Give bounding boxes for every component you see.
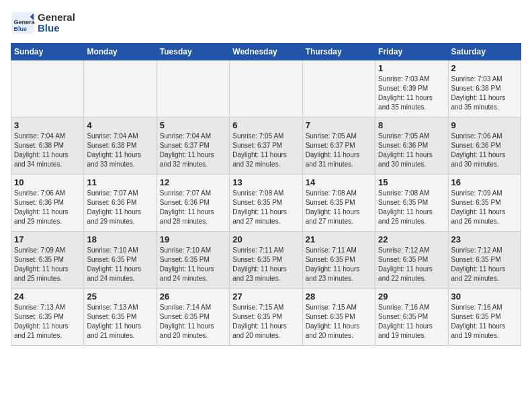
day-info: Sunrise: 7:08 AM Sunset: 6:35 PM Dayligh… <box>232 189 299 226</box>
day-number: 9 <box>451 120 518 130</box>
day-number: 15 <box>378 177 445 187</box>
day-info: Sunrise: 7:07 AM Sunset: 6:36 PM Dayligh… <box>87 189 153 226</box>
day-info: Sunrise: 7:05 AM Sunset: 6:36 PM Dayligh… <box>378 132 445 169</box>
day-info: Sunrise: 7:04 AM Sunset: 6:38 PM Dayligh… <box>87 132 153 169</box>
day-number: 26 <box>160 291 226 302</box>
calendar-cell: 2Sunrise: 7:03 AM Sunset: 6:38 PM Daylig… <box>448 60 521 118</box>
calendar-cell: 7Sunrise: 7:05 AM Sunset: 6:37 PM Daylig… <box>302 118 375 175</box>
day-number: 17 <box>14 234 81 244</box>
calendar-cell: 19Sunrise: 7:10 AM Sunset: 6:35 PM Dayli… <box>157 232 229 289</box>
calendar-cell: 16Sunrise: 7:09 AM Sunset: 6:35 PM Dayli… <box>448 175 521 232</box>
day-info: Sunrise: 7:09 AM Sunset: 6:35 PM Dayligh… <box>451 189 518 226</box>
day-info: Sunrise: 7:10 AM Sunset: 6:35 PM Dayligh… <box>160 246 226 283</box>
day-info: Sunrise: 7:03 AM Sunset: 6:38 PM Dayligh… <box>451 75 518 112</box>
day-info: Sunrise: 7:15 AM Sunset: 6:35 PM Dayligh… <box>232 303 299 340</box>
calendar-cell <box>11 60 84 118</box>
logo-general-text: General <box>38 12 75 24</box>
day-number: 3 <box>14 120 81 130</box>
calendar-cell <box>157 60 229 118</box>
calendar-cell: 20Sunrise: 7:11 AM Sunset: 6:35 PM Dayli… <box>230 232 302 289</box>
calendar-cell: 6Sunrise: 7:05 AM Sunset: 6:37 PM Daylig… <box>230 118 302 175</box>
weekday-header-wednesday: Wednesday <box>230 44 302 60</box>
calendar-cell: 18Sunrise: 7:10 AM Sunset: 6:35 PM Dayli… <box>84 232 157 289</box>
calendar-cell: 30Sunrise: 7:16 AM Sunset: 6:35 PM Dayli… <box>448 289 521 346</box>
calendar-cell: 12Sunrise: 7:07 AM Sunset: 6:36 PM Dayli… <box>157 175 229 232</box>
day-number: 10 <box>14 177 81 187</box>
day-number: 7 <box>306 120 372 130</box>
day-number: 6 <box>232 120 299 130</box>
day-info: Sunrise: 7:05 AM Sunset: 6:37 PM Dayligh… <box>232 132 299 169</box>
calendar-cell: 11Sunrise: 7:07 AM Sunset: 6:36 PM Dayli… <box>84 175 157 232</box>
calendar-cell: 22Sunrise: 7:12 AM Sunset: 6:35 PM Dayli… <box>375 232 448 289</box>
calendar-cell: 17Sunrise: 7:09 AM Sunset: 6:35 PM Dayli… <box>11 232 84 289</box>
calendar-cell: 10Sunrise: 7:06 AM Sunset: 6:36 PM Dayli… <box>11 175 84 232</box>
svg-text:Blue: Blue <box>14 26 28 32</box>
day-number: 19 <box>160 234 226 244</box>
calendar-cell: 5Sunrise: 7:04 AM Sunset: 6:37 PM Daylig… <box>157 118 229 175</box>
page-header: General Blue General Blue <box>11 11 521 35</box>
day-info: Sunrise: 7:03 AM Sunset: 6:39 PM Dayligh… <box>378 75 445 112</box>
weekday-header-sunday: Sunday <box>11 44 84 60</box>
calendar-cell: 29Sunrise: 7:16 AM Sunset: 6:35 PM Dayli… <box>375 289 448 346</box>
weekday-header-friday: Friday <box>375 44 448 60</box>
day-info: Sunrise: 7:12 AM Sunset: 6:35 PM Dayligh… <box>378 246 445 283</box>
day-number: 5 <box>160 120 226 130</box>
day-info: Sunrise: 7:16 AM Sunset: 6:35 PM Dayligh… <box>378 303 445 340</box>
day-number: 14 <box>306 177 372 187</box>
day-number: 12 <box>160 177 226 187</box>
calendar-cell: 4Sunrise: 7:04 AM Sunset: 6:38 PM Daylig… <box>84 118 157 175</box>
weekday-header-thursday: Thursday <box>302 44 375 60</box>
calendar-cell: 27Sunrise: 7:15 AM Sunset: 6:35 PM Dayli… <box>230 289 302 346</box>
day-info: Sunrise: 7:07 AM Sunset: 6:36 PM Dayligh… <box>160 189 226 226</box>
calendar-cell: 9Sunrise: 7:06 AM Sunset: 6:36 PM Daylig… <box>448 118 521 175</box>
day-info: Sunrise: 7:12 AM Sunset: 6:35 PM Dayligh… <box>451 246 518 283</box>
day-number: 21 <box>306 234 372 244</box>
weekday-header-tuesday: Tuesday <box>157 44 229 60</box>
day-info: Sunrise: 7:16 AM Sunset: 6:35 PM Dayligh… <box>451 303 518 340</box>
svg-text:General: General <box>14 19 36 26</box>
day-number: 8 <box>378 120 445 130</box>
calendar-cell: 3Sunrise: 7:04 AM Sunset: 6:38 PM Daylig… <box>11 118 84 175</box>
calendar-cell: 24Sunrise: 7:13 AM Sunset: 6:35 PM Dayli… <box>11 289 84 346</box>
day-number: 28 <box>306 291 372 302</box>
day-info: Sunrise: 7:06 AM Sunset: 6:36 PM Dayligh… <box>451 132 518 169</box>
day-info: Sunrise: 7:10 AM Sunset: 6:35 PM Dayligh… <box>87 246 153 283</box>
day-info: Sunrise: 7:05 AM Sunset: 6:37 PM Dayligh… <box>306 132 372 169</box>
calendar-cell <box>84 60 157 118</box>
day-number: 11 <box>87 177 153 187</box>
day-info: Sunrise: 7:04 AM Sunset: 6:37 PM Dayligh… <box>160 132 226 169</box>
day-info: Sunrise: 7:08 AM Sunset: 6:35 PM Dayligh… <box>378 189 445 226</box>
calendar-cell: 1Sunrise: 7:03 AM Sunset: 6:39 PM Daylig… <box>375 60 448 118</box>
day-number: 25 <box>87 291 153 302</box>
logo: General Blue General Blue <box>11 11 75 35</box>
day-info: Sunrise: 7:14 AM Sunset: 6:35 PM Dayligh… <box>160 303 226 340</box>
calendar-cell: 8Sunrise: 7:05 AM Sunset: 6:36 PM Daylig… <box>375 118 448 175</box>
day-number: 2 <box>451 63 518 73</box>
day-number: 24 <box>14 291 81 302</box>
calendar-cell: 26Sunrise: 7:14 AM Sunset: 6:35 PM Dayli… <box>157 289 229 346</box>
day-number: 16 <box>451 177 518 187</box>
calendar-cell <box>302 60 375 118</box>
day-info: Sunrise: 7:08 AM Sunset: 6:35 PM Dayligh… <box>306 189 372 226</box>
day-number: 18 <box>87 234 153 244</box>
day-number: 30 <box>451 291 518 302</box>
calendar-cell: 28Sunrise: 7:15 AM Sunset: 6:35 PM Dayli… <box>302 289 375 346</box>
day-info: Sunrise: 7:04 AM Sunset: 6:38 PM Dayligh… <box>14 132 81 169</box>
logo-icon: General Blue <box>11 11 35 35</box>
day-number: 20 <box>232 234 299 244</box>
day-info: Sunrise: 7:13 AM Sunset: 6:35 PM Dayligh… <box>14 303 81 340</box>
day-number: 29 <box>378 291 445 302</box>
calendar-table: SundayMondayTuesdayWednesdayThursdayFrid… <box>11 43 521 346</box>
calendar-cell: 13Sunrise: 7:08 AM Sunset: 6:35 PM Dayli… <box>230 175 302 232</box>
day-number: 23 <box>451 234 518 244</box>
day-info: Sunrise: 7:06 AM Sunset: 6:36 PM Dayligh… <box>14 189 81 226</box>
logo-blue-text: Blue <box>38 23 75 34</box>
calendar-cell: 15Sunrise: 7:08 AM Sunset: 6:35 PM Dayli… <box>375 175 448 232</box>
calendar-cell: 14Sunrise: 7:08 AM Sunset: 6:35 PM Dayli… <box>302 175 375 232</box>
day-number: 4 <box>87 120 153 130</box>
calendar-cell <box>230 60 302 118</box>
day-number: 1 <box>378 63 445 73</box>
day-number: 27 <box>232 291 299 302</box>
day-number: 22 <box>378 234 445 244</box>
calendar-cell: 21Sunrise: 7:11 AM Sunset: 6:35 PM Dayli… <box>302 232 375 289</box>
